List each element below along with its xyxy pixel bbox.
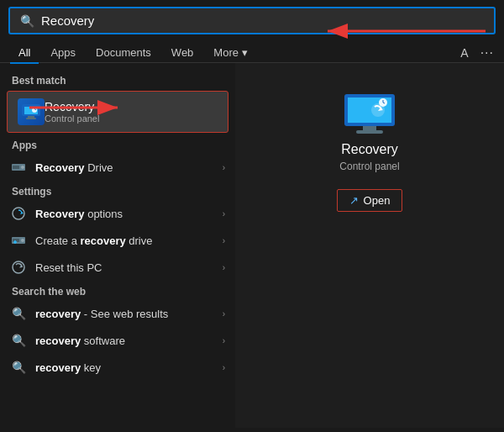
main-area: Best match Recovery C — [0, 63, 504, 428]
settings-create-recovery-drive[interactable]: Create a recovery drive › — [0, 227, 235, 254]
svg-rect-4 — [28, 116, 34, 118]
recovery-options-icon — [10, 205, 27, 222]
chevron-icon-7: › — [223, 363, 225, 372]
apps-recovery-drive-text: Recovery Drive — [35, 161, 223, 174]
web-section-label: Search the web — [0, 281, 235, 300]
chevron-icon-4: › — [223, 263, 225, 272]
right-panel: Recovery Control panel ↗ Open — [235, 63, 504, 428]
tab-documents[interactable]: Documents — [87, 43, 160, 62]
settings-recovery-options[interactable]: Recovery options › — [0, 200, 235, 227]
left-panel: Best match Recovery C — [0, 63, 235, 428]
svg-rect-5 — [26, 118, 36, 119]
chevron-icon-5: › — [223, 309, 225, 319]
create-recovery-drive-text: Create a recovery drive — [35, 234, 223, 247]
recovery-options-text: Recovery options — [35, 208, 223, 220]
web-search-icon-1: 🔍 — [10, 305, 27, 322]
best-match-icon — [18, 98, 45, 125]
tabs-right: A ··· — [460, 45, 494, 61]
chevron-icon-3: › — [223, 236, 225, 245]
web-recovery-software[interactable]: 🔍 recovery software › — [0, 327, 235, 354]
more-options-dots[interactable]: ··· — [480, 45, 494, 61]
apps-recovery-drive[interactable]: Recovery Drive › — [0, 154, 235, 181]
svg-point-6 — [32, 108, 37, 113]
best-match-item[interactable]: Recovery Control panel — [7, 91, 228, 133]
create-recovery-drive-icon — [10, 232, 27, 249]
rp-icon — [343, 88, 396, 142]
best-match-title: Recovery — [45, 100, 99, 113]
tab-web[interactable]: Web — [163, 43, 202, 62]
best-match-text: Recovery Control panel — [45, 100, 99, 124]
web-search-icon-3: 🔍 — [10, 359, 27, 376]
settings-section-label: Settings — [0, 181, 235, 200]
svg-rect-23 — [363, 126, 376, 130]
tab-apps[interactable]: Apps — [42, 43, 84, 62]
font-size-control[interactable]: A — [460, 46, 468, 60]
open-button-label: Open — [364, 194, 391, 207]
open-icon: ↗ — [349, 194, 359, 207]
svg-point-10 — [21, 166, 24, 169]
web-recovery-results[interactable]: 🔍 recovery - See web results › — [0, 300, 235, 327]
chevron-icon-2: › — [223, 209, 225, 219]
open-button[interactable]: ↗ Open — [337, 189, 403, 212]
web-recovery-key[interactable]: 🔍 recovery key › — [0, 354, 235, 381]
svg-point-15 — [21, 239, 24, 242]
search-icon: 🔍 — [20, 14, 34, 28]
reset-pc-text: Reset this PC — [35, 261, 223, 274]
chevron-icon-6: › — [223, 336, 225, 345]
svg-rect-11 — [13, 166, 19, 169]
tabs-row: All Apps Documents Web More ▾ A ··· — [0, 41, 504, 63]
svg-marker-13 — [20, 212, 24, 214]
rp-title: Recovery — [341, 142, 398, 157]
search-input[interactable]: Recovery — [41, 13, 484, 28]
web-recovery-text: recovery - See web results — [35, 308, 223, 320]
web-search-icon-2: 🔍 — [10, 332, 27, 349]
svg-rect-24 — [356, 130, 383, 134]
web-recovery-software-text: recovery software — [35, 335, 223, 347]
web-recovery-key-text: recovery key — [35, 361, 223, 374]
best-match-subtitle: Control panel — [45, 113, 99, 124]
tab-all[interactable]: All — [10, 43, 39, 62]
search-bar[interactable]: 🔍 Recovery — [8, 7, 496, 34]
tab-more[interactable]: More ▾ — [205, 43, 255, 62]
chevron-icon: › — [223, 163, 225, 172]
settings-reset-pc[interactable]: Reset this PC › — [0, 254, 235, 281]
apps-section-label: Apps — [0, 134, 235, 154]
drive-icon — [10, 159, 27, 176]
rp-subtitle: Control panel — [339, 161, 399, 172]
main-container: 🔍 Recovery All Apps Documents Web More ▾… — [0, 7, 504, 432]
best-match-label: Best match — [0, 70, 235, 89]
reset-pc-icon — [10, 259, 27, 276]
